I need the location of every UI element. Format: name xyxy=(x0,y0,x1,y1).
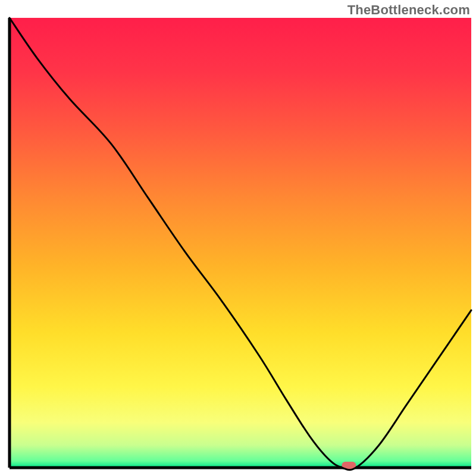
plot-area xyxy=(10,18,471,470)
bottleneck-curve-chart xyxy=(0,0,476,476)
heatmap-background xyxy=(10,18,471,468)
chart-container: { "watermark": "TheBottleneck.com", "cha… xyxy=(0,0,476,476)
watermark-text: TheBottleneck.com xyxy=(347,2,470,18)
